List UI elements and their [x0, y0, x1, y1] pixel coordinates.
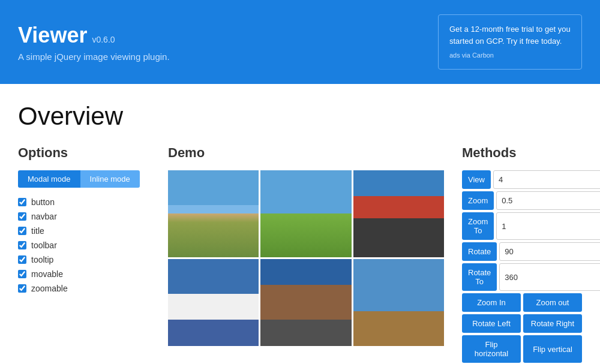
zoom-to-input[interactable]: [496, 212, 600, 240]
app-version: v0.6.0: [92, 35, 115, 44]
toolbar-label: toolbar: [31, 240, 57, 250]
zoom-input[interactable]: [496, 191, 600, 210]
ad-text: Get a 12-month free trial to get you sta…: [449, 23, 571, 47]
view-button[interactable]: View: [462, 170, 491, 189]
header-left: Viewer v0.6.0 A simple jQuery image view…: [18, 23, 170, 62]
rotate-to-input[interactable]: [499, 263, 600, 291]
demo-image-3[interactable]: [353, 170, 444, 257]
options-heading: Options: [18, 145, 150, 161]
zoomable-label: zoomable: [31, 284, 68, 293]
header-title-group: Viewer v0.6.0: [18, 23, 170, 48]
method-view-row: View: [462, 170, 582, 189]
inline-mode-button[interactable]: Inline mode: [80, 170, 140, 188]
zoom-button[interactable]: Zoom: [462, 191, 494, 210]
methods-grid: View Zoom Zoom To Rotate: [462, 170, 582, 363]
tooltip-label: tooltip: [31, 255, 53, 264]
main-content: Overview Options Modal mode Inline mode …: [0, 84, 600, 364]
options-list: button navbar title toolbar tooltip: [18, 197, 150, 293]
movable-label: movable: [31, 269, 63, 279]
demo-image-4[interactable]: [168, 259, 259, 346]
flip-vertical-button[interactable]: Flip vertical: [523, 335, 582, 363]
button-label: button: [31, 197, 55, 207]
mode-toggle: Modal mode Inline mode: [18, 170, 150, 188]
methods-column: Methods View Zoom Zoom To: [462, 145, 582, 363]
zoomable-checkbox[interactable]: [18, 284, 26, 293]
image-grid: [168, 170, 444, 346]
demo-image-2[interactable]: [260, 170, 351, 257]
app-title: Viewer: [18, 23, 87, 48]
rotate-button[interactable]: Rotate: [462, 242, 497, 261]
method-rotate-row: Rotate: [462, 242, 582, 261]
methods-heading: Methods: [462, 145, 582, 161]
demo-image-6[interactable]: [353, 259, 444, 346]
list-item: tooltip: [18, 255, 150, 264]
method-rotate-lr-row: Rotate Left Rotate Right: [462, 314, 582, 333]
navbar-label: navbar: [31, 212, 57, 221]
ad-via: ads via Carbon: [449, 50, 571, 61]
header: Viewer v0.6.0 A simple jQuery image view…: [0, 0, 600, 84]
list-item: zoomable: [18, 284, 150, 293]
rotate-input[interactable]: [499, 242, 600, 261]
rotate-right-button[interactable]: Rotate Right: [523, 314, 582, 333]
zoom-out-button[interactable]: Zoom out: [523, 293, 582, 312]
method-flip-row: Flip horizontal Flip vertical: [462, 335, 582, 363]
method-zoom-row: Zoom: [462, 191, 582, 210]
movable-checkbox[interactable]: [18, 270, 26, 278]
page-title: Overview: [18, 102, 582, 131]
modal-mode-button[interactable]: Modal mode: [18, 170, 80, 188]
zoom-to-button[interactable]: Zoom To: [462, 212, 494, 240]
title-checkbox[interactable]: [18, 227, 26, 235]
options-column: Options Modal mode Inline mode button na…: [18, 145, 150, 293]
method-zoomto-row: Zoom To: [462, 212, 582, 240]
rotate-left-button[interactable]: Rotate Left: [462, 314, 521, 333]
app-subtitle: A simple jQuery image viewing plugin.: [18, 52, 170, 62]
method-rotateto-row: Rotate To: [462, 263, 582, 291]
list-item: title: [18, 226, 150, 236]
view-input[interactable]: [493, 170, 600, 189]
demo-image-1[interactable]: [168, 170, 259, 257]
list-item: button: [18, 197, 150, 207]
navbar-checkbox[interactable]: [18, 212, 26, 221]
list-item: navbar: [18, 212, 150, 221]
columns-layout: Options Modal mode Inline mode button na…: [18, 145, 582, 363]
flip-horizontal-button[interactable]: Flip horizontal: [462, 335, 521, 363]
method-zoom-inout-row: Zoom In Zoom out: [462, 293, 582, 312]
demo-column: Demo: [168, 145, 444, 346]
demo-image-5[interactable]: [260, 259, 351, 346]
zoom-in-button[interactable]: Zoom In: [462, 293, 521, 312]
list-item: movable: [18, 269, 150, 279]
ad-banner[interactable]: Get a 12-month free trial to get you sta…: [438, 14, 582, 70]
toolbar-checkbox[interactable]: [18, 241, 26, 249]
rotate-to-button[interactable]: Rotate To: [462, 263, 497, 291]
demo-heading: Demo: [168, 145, 444, 161]
list-item: toolbar: [18, 240, 150, 250]
tooltip-checkbox[interactable]: [18, 255, 26, 264]
button-checkbox[interactable]: [18, 198, 26, 206]
title-label: title: [31, 226, 44, 236]
